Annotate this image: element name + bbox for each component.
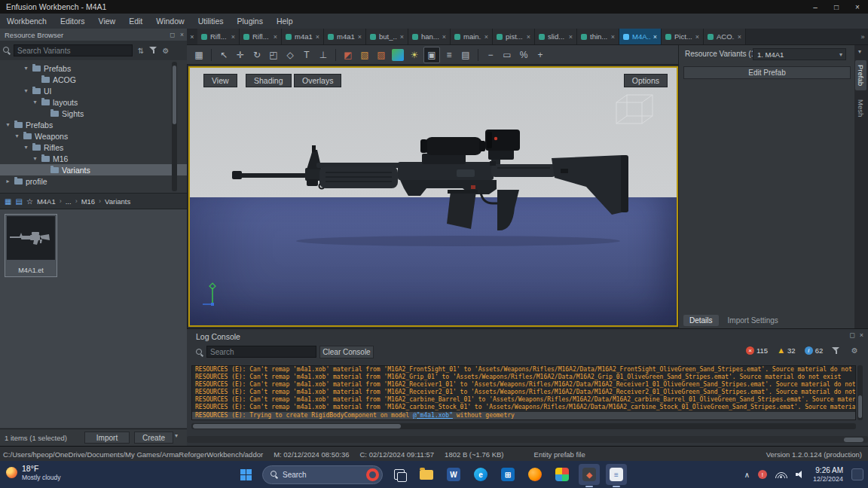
tab-close-icon[interactable]: × [231, 33, 235, 41]
editor-tab[interactable]: m4a1...× [324, 29, 366, 44]
log-line-rigidbody[interactable]: RESOURCES (E): Trying to create RigidBod… [192, 412, 855, 419]
side-tab-prefab[interactable]: Prefab [855, 60, 866, 90]
tab-overflow-icon[interactable]: » [857, 29, 868, 44]
view-button[interactable]: View [203, 74, 237, 87]
log-vertical-scrollbar-thumb[interactable] [858, 395, 862, 418]
resource-item-m4a1[interactable]: M4A1.et [5, 214, 57, 277]
dock-panel-icon[interactable]: ◻ [849, 331, 854, 339]
select-tool-icon[interactable]: ↖ [216, 47, 231, 63]
taskbar-app-notepad[interactable]: ≡ [606, 464, 627, 485]
notification-center-icon[interactable] [851, 468, 863, 480]
tab-close-icon[interactable]: × [442, 33, 446, 41]
options-button[interactable]: Options [624, 74, 668, 87]
tab-import-settings[interactable]: Import Settings [722, 315, 784, 326]
menu-utilities[interactable]: Utilities [191, 14, 231, 29]
editor-tab[interactable]: m4a1...× [282, 29, 324, 44]
shading-button[interactable]: Shading [246, 74, 292, 87]
editor-tab[interactable]: main...× [451, 29, 493, 44]
gear-icon[interactable]: ⚙ [849, 346, 860, 355]
tree-scrollbar-thumb[interactable] [173, 66, 176, 124]
tree-item-sights[interactable]: Sights [0, 108, 187, 119]
info-filter-badge[interactable]: i 62 [805, 346, 824, 355]
tab-close-icon[interactable]: × [400, 33, 404, 41]
create-button[interactable]: Create [134, 432, 173, 444]
measure-tool-icon[interactable]: ⊥ [316, 47, 331, 63]
menu-window[interactable]: Window [149, 14, 191, 29]
pivot-tool-icon[interactable]: ◇ [283, 47, 298, 63]
clear-console-button[interactable]: Clear Console [319, 346, 374, 358]
expand-arrow-icon[interactable]: ▾ [14, 133, 20, 139]
expand-arrow-icon[interactable]: ▾ [23, 144, 29, 151]
log-line[interactable]: RESOURCES (E): Can't remap 'm4a1.xob' ma… [192, 404, 855, 411]
create-dropdown-icon[interactable]: ▾ [175, 432, 178, 439]
taskbar-app-file-explorer[interactable] [416, 464, 437, 485]
scale-tool-icon[interactable]: ◰ [266, 47, 281, 63]
editor-tab[interactable]: Rifl...× [240, 29, 282, 44]
rotate-tool-icon[interactable]: ↻ [249, 47, 264, 63]
tab-details[interactable]: Details [683, 315, 719, 326]
tab-close-icon[interactable]: × [611, 33, 615, 41]
editor-tab[interactable]: Pict...× [662, 29, 704, 44]
grid-icon[interactable]: ▦ [191, 47, 206, 63]
expand-arrow-icon[interactable]: ▾ [23, 65, 29, 72]
tab-close-icon[interactable]: × [274, 33, 277, 41]
menu-plugins[interactable]: Plugins [230, 14, 269, 29]
sun-icon[interactable]: ☀ [407, 47, 422, 63]
log-line-link[interactable]: @"m4a1.xob" [413, 412, 453, 419]
minimize-button[interactable]: – [805, 0, 826, 14]
tab-close-icon[interactable]: × [316, 33, 319, 41]
log-search-input[interactable] [206, 346, 316, 358]
variant-select[interactable]: 1. M4A1 ▾ [753, 48, 846, 60]
taskbar-search[interactable]: Search [262, 465, 383, 484]
menu-workbench[interactable]: Workbench [0, 14, 53, 29]
expand-arrow-icon[interactable]: ▾ [32, 155, 38, 162]
side-tab-mesh[interactable]: Mesh [855, 95, 866, 121]
text-tool-icon[interactable]: T [299, 47, 314, 63]
tab-close-icon[interactable]: × [738, 33, 741, 41]
list-view-icon[interactable]: ▤ [15, 197, 22, 206]
zoom-in-icon[interactable]: + [533, 47, 548, 63]
tree-item-acog[interactable]: ACOG [0, 74, 187, 85]
log-line[interactable]: RESOURCES (E): Can't remap 'm4a1.xob' ma… [192, 374, 855, 381]
tree-item-variants[interactable]: Variants [0, 164, 187, 175]
tree-item-rifles[interactable]: ▾ Rifles [0, 142, 187, 153]
expand-arrow-icon[interactable]: ▸ [5, 178, 11, 185]
volume-icon[interactable] [796, 471, 805, 478]
log-vertical-scrollbar[interactable] [857, 365, 863, 420]
dock-panel-icon[interactable]: ◻ [167, 31, 177, 38]
tree-item-layouts[interactable]: ▾ layouts [0, 96, 187, 108]
editor-tab[interactable]: slid...× [535, 29, 577, 44]
close-tab-icon[interactable]: × [187, 29, 197, 44]
taskbar-app-workbench[interactable]: ◆ [579, 464, 600, 485]
log-horizontal-scrollbar-thumb[interactable] [193, 424, 401, 429]
log-line[interactable]: RESOURCES (E): Can't remap 'm4a1.xob' ma… [192, 381, 855, 389]
taskbar-app-word[interactable]: W [443, 464, 464, 485]
close-panel-icon[interactable]: × [177, 31, 187, 38]
filter-icon[interactable] [832, 347, 840, 355]
tab-close-icon[interactable]: × [653, 33, 657, 41]
warning-filter-badge[interactable]: ▲ 32 [777, 346, 795, 355]
people-icon[interactable]: ▨ [374, 47, 389, 63]
log-horizontal-scrollbar[interactable] [191, 423, 856, 429]
tab-close-icon[interactable]: × [569, 33, 573, 41]
editor-tab[interactable]: Rifl...× [197, 29, 240, 44]
tab-close-icon[interactable]: × [527, 33, 530, 41]
tree-item-prefabs-acog[interactable]: ▾ Prefabs [0, 63, 187, 74]
tab-close-icon[interactable]: × [358, 33, 362, 41]
maximize-button[interactable]: □ [826, 0, 847, 14]
taskbar-app-task-view[interactable] [389, 464, 410, 485]
edit-prefab-button[interactable]: Edit Prefab [683, 66, 851, 79]
error-filter-badge[interactable]: × 115 [746, 346, 768, 355]
camera-icon[interactable]: ▣ [423, 47, 440, 63]
chevron-down-icon[interactable]: ▾ [858, 48, 861, 55]
editor-tab-active-m4a1[interactable]: M4A...× [619, 29, 662, 44]
expand-arrow-icon[interactable]: ▾ [32, 99, 38, 105]
taskbar-app-firefox[interactable] [524, 464, 546, 485]
tab-close-icon[interactable]: × [484, 33, 488, 41]
grid-view-icon[interactable]: ▦ [5, 197, 11, 206]
breadcrumb-segment-m4a1[interactable]: M4A1 [37, 197, 56, 206]
tree-item-m16[interactable]: ▾ M16 [0, 153, 187, 164]
sort-icon[interactable]: ⇅ [136, 47, 146, 55]
expand-arrow-icon[interactable]: ▾ [23, 87, 29, 94]
menu-editors[interactable]: Editors [53, 14, 92, 29]
